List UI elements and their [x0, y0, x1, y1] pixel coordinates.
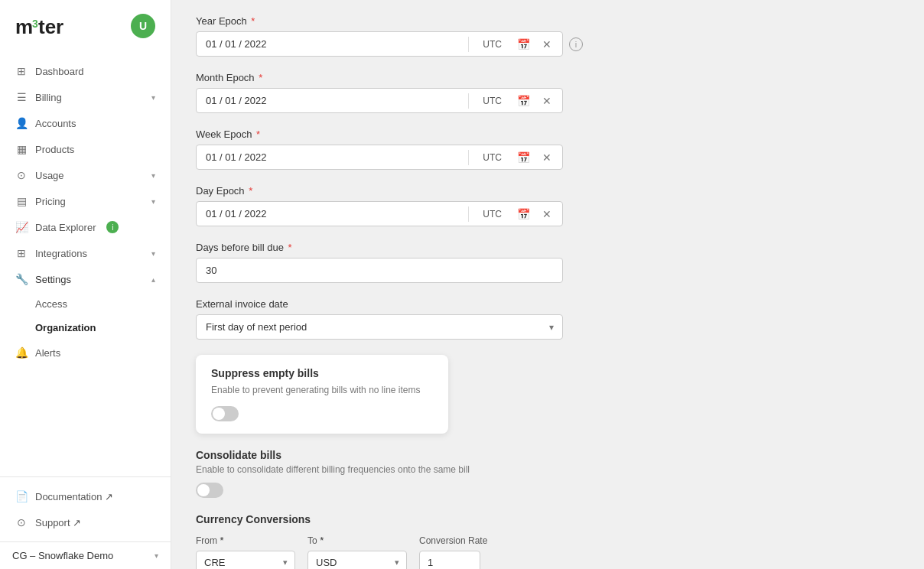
month-epoch-input[interactable] [197, 89, 468, 112]
sidebar-item-label: Accounts [35, 118, 76, 129]
main-content: Year Epoch * UTC 📅 ✕ i Month Epoch * [171, 0, 924, 569]
suppress-empty-bills-toggle[interactable] [211, 406, 239, 421]
to-currency-wrapper: USD EUR CRE [307, 551, 407, 569]
consolidate-bills-toggle[interactable] [196, 483, 223, 498]
clear-icon[interactable]: ✕ [539, 206, 555, 222]
calendar-icon[interactable]: 📅 [514, 150, 533, 165]
sidebar-item-label: Pricing [35, 196, 66, 207]
sidebar-item-label: Alerts [35, 347, 60, 359]
days-before-bill-due-section: Days before bill due * [196, 242, 759, 283]
sidebar-item-billing[interactable]: ☰ Billing ▾ [0, 84, 171, 110]
suppress-empty-bills-desc: Enable to prevent generating bills with … [211, 384, 433, 397]
utc-label: UTC [477, 39, 508, 50]
sidebar-item-alerts[interactable]: 🔔 Alerts [0, 340, 171, 366]
sidebar-item-label: Products [35, 144, 74, 155]
consolidate-bills-section: Consolidate bills Enable to consolidate … [196, 449, 759, 498]
sidebar-item-support[interactable]: ⊙ Support ↗ [0, 509, 171, 535]
currency-conversions-section: Currency Conversions From * To * Convers… [196, 513, 759, 569]
support-icon: ⊙ [15, 516, 28, 528]
week-epoch-section: Week Epoch * UTC 📅 ✕ [196, 128, 759, 170]
sidebar-item-label: Organization [35, 322, 96, 333]
sidebar-item-label: Data Explorer [35, 222, 96, 233]
year-epoch-input[interactable] [197, 32, 468, 56]
week-epoch-input-group: UTC 📅 ✕ [196, 145, 563, 170]
svg-text:ter: ter [38, 15, 63, 38]
currency-header-row: From * To * Conversion Rate [196, 535, 759, 546]
products-icon: ▦ [15, 143, 28, 155]
sidebar-item-products[interactable]: ▦ Products [0, 136, 171, 162]
sidebar-item-dashboard[interactable]: ⊞ Dashboard [0, 58, 171, 84]
info-icon: i [106, 221, 119, 233]
sidebar-item-data-explorer[interactable]: 📈 Data Explorer i [0, 214, 171, 240]
clear-icon[interactable]: ✕ [539, 93, 555, 109]
week-epoch-input[interactable] [197, 145, 468, 169]
utc-label: UTC [477, 209, 508, 219]
chevron-down-icon: ▾ [151, 197, 155, 206]
sidebar: m 3 ter U ⊞ Dashboard ☰ Billing ▾ 👤 Acco… [0, 0, 171, 569]
sidebar-item-label: Support ↗ [35, 517, 81, 528]
consolidate-bills-title: Consolidate bills [196, 449, 759, 461]
sidebar-nav: ⊞ Dashboard ☰ Billing ▾ 👤 Accounts ▦ Pro… [0, 52, 171, 476]
week-epoch-label: Week Epoch * [196, 128, 759, 140]
svg-text:3: 3 [32, 18, 38, 30]
day-epoch-label: Day Epoch * [196, 185, 759, 197]
clear-icon[interactable]: ✕ [539, 150, 555, 165]
sidebar-item-organization[interactable]: Organization [0, 316, 171, 340]
dashboard-icon: ⊞ [15, 65, 28, 77]
year-epoch-section: Year Epoch * UTC 📅 ✕ i [196, 15, 759, 57]
conversion-rate-col-header: Conversion Rate [419, 535, 511, 546]
sidebar-item-label: Billing [35, 92, 62, 103]
sidebar-item-label: Settings [35, 274, 71, 285]
sidebar-item-label: Usage [35, 170, 64, 181]
currency-conversions-title: Currency Conversions [196, 513, 759, 525]
clear-icon[interactable]: ✕ [539, 37, 555, 52]
chevron-down-icon: ▾ [151, 249, 155, 258]
to-currency-select[interactable]: USD EUR CRE [307, 551, 407, 569]
external-invoice-date-section: External invoice date First day of next … [196, 298, 759, 340]
year-epoch-row: UTC 📅 ✕ i [196, 31, 759, 57]
utc-label: UTC [477, 96, 508, 106]
currency-row: CRE USD EUR USD EUR CRE [196, 551, 759, 569]
chevron-up-icon: ▴ [151, 275, 155, 284]
calendar-icon[interactable]: 📅 [514, 206, 533, 222]
day-epoch-suffix: UTC 📅 ✕ [468, 206, 562, 222]
sidebar-item-settings[interactable]: 🔧 Settings ▴ [0, 266, 171, 292]
sidebar-item-label: Documentation ↗ [35, 491, 113, 502]
calendar-icon[interactable]: 📅 [514, 93, 533, 109]
day-epoch-input[interactable] [197, 202, 468, 226]
billing-icon: ☰ [15, 91, 28, 103]
external-invoice-date-label: External invoice date [196, 298, 759, 310]
from-currency-select[interactable]: CRE USD EUR [196, 551, 295, 569]
alerts-icon: 🔔 [15, 346, 28, 359]
suppress-empty-bills-title: Suppress empty bills [211, 367, 433, 379]
integrations-icon: ⊞ [15, 247, 28, 259]
sidebar-item-label: Access [35, 298, 67, 310]
workspace-selector[interactable]: CG – Snowflake Demo ▾ [0, 541, 171, 569]
sidebar-item-documentation[interactable]: 📄 Documentation ↗ [0, 483, 171, 509]
to-col-header: To * [307, 535, 407, 546]
year-epoch-input-group: UTC 📅 ✕ [196, 31, 563, 57]
sidebar-item-pricing[interactable]: ▤ Pricing ▾ [0, 188, 171, 214]
sidebar-item-integrations[interactable]: ⊞ Integrations ▾ [0, 240, 171, 266]
week-epoch-suffix: UTC 📅 ✕ [468, 150, 562, 165]
sidebar-item-access[interactable]: Access [0, 292, 171, 316]
logo-area: m 3 ter U [0, 0, 171, 52]
info-icon[interactable]: i [569, 37, 583, 51]
month-epoch-input-group: UTC 📅 ✕ [196, 88, 563, 113]
day-epoch-section: Day Epoch * UTC 📅 ✕ [196, 185, 759, 226]
conversion-rate-input[interactable] [419, 551, 480, 569]
year-epoch-label: Year Epoch * [196, 15, 759, 27]
data-explorer-icon: 📈 [15, 221, 28, 233]
days-before-bill-due-input[interactable] [196, 258, 563, 283]
calendar-icon[interactable]: 📅 [514, 37, 533, 52]
external-invoice-date-select[interactable]: First day of next period Last day of per… [196, 314, 563, 340]
month-epoch-label: Month Epoch * [196, 72, 759, 83]
content-inner: Year Epoch * UTC 📅 ✕ i Month Epoch * [171, 0, 783, 569]
consolidate-bills-desc: Enable to consolidate different billing … [196, 464, 759, 475]
settings-icon: 🔧 [15, 273, 28, 285]
accounts-icon: 👤 [15, 117, 28, 129]
sidebar-item-usage[interactable]: ⊙ Usage ▾ [0, 162, 171, 188]
from-col-header: From * [196, 535, 295, 546]
avatar[interactable]: U [131, 14, 155, 38]
sidebar-item-accounts[interactable]: 👤 Accounts [0, 110, 171, 136]
